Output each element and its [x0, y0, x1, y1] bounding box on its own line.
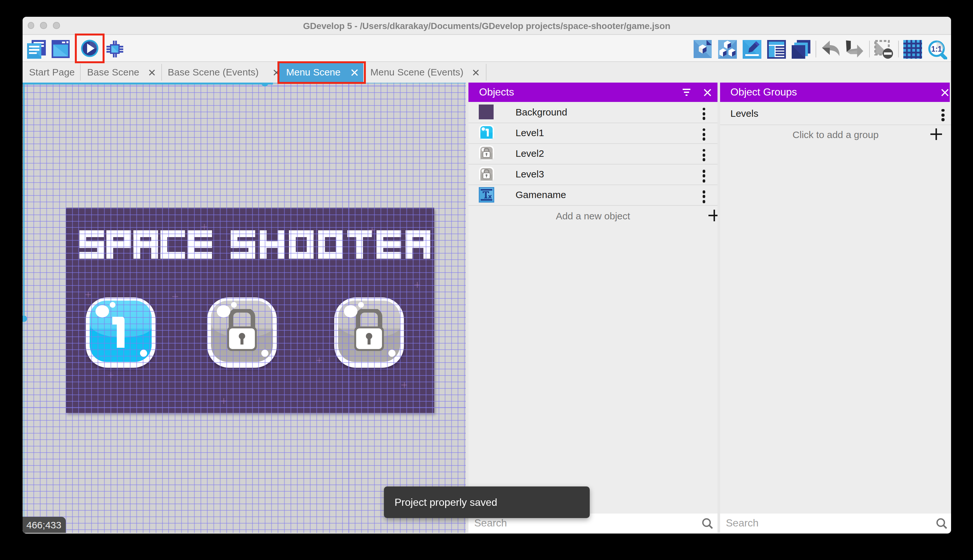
svg-text:1:1: 1:1 — [931, 45, 941, 53]
